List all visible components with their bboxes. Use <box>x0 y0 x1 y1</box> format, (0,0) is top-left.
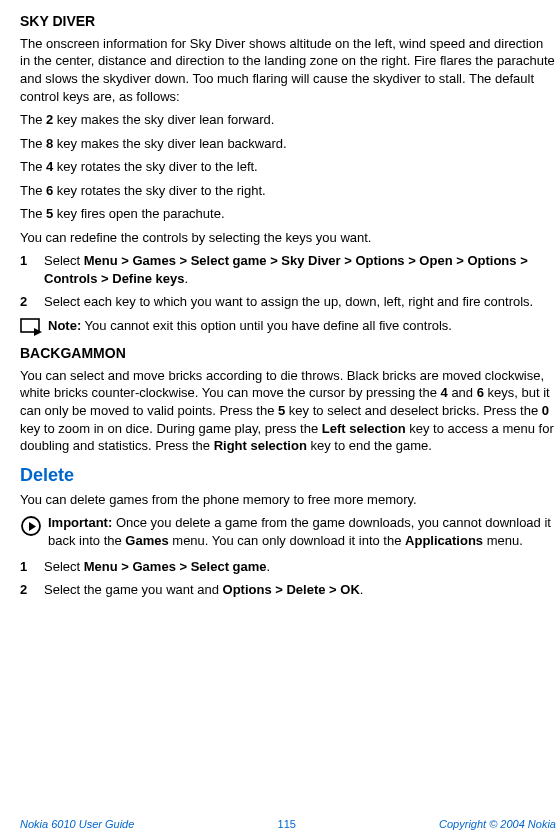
important-row: Important: Once you delete a game from t… <box>20 514 556 549</box>
important-icon <box>20 514 48 537</box>
sky-key-4: The 4 key rotates the sky diver to the l… <box>20 158 556 176</box>
sky-key-5: The 5 key fires open the parachute. <box>20 205 556 223</box>
step-number: 2 <box>20 581 44 599</box>
note-row: Note: You cannot exit this option until … <box>20 317 556 336</box>
step-number: 1 <box>20 252 44 287</box>
delete-step-2: 2 Select the game you want and Options >… <box>20 581 556 599</box>
important-text: Important: Once you delete a game from t… <box>48 514 556 549</box>
heading-sky-diver: SKY DIVER <box>20 12 556 31</box>
note-icon <box>20 317 48 336</box>
page-footer: Nokia 6010 User Guide 115 Copyright © 20… <box>0 817 560 832</box>
svg-marker-3 <box>29 522 36 531</box>
step-text: Select Menu > Games > Select game. <box>44 558 556 576</box>
sky-key-2: The 2 key makes the sky diver lean forwa… <box>20 111 556 129</box>
delete-intro: You can delete games from the phone memo… <box>20 491 556 509</box>
heading-backgammon: BACKGAMMON <box>20 344 556 363</box>
footer-right: Copyright © 2004 Nokia <box>439 817 556 832</box>
svg-marker-1 <box>34 328 42 336</box>
sky-key-6: The 6 key rotates the sky diver to the r… <box>20 182 556 200</box>
delete-step-1: 1 Select Menu > Games > Select game. <box>20 558 556 576</box>
step-text: Select Menu > Games > Select game > Sky … <box>44 252 556 287</box>
footer-page-number: 115 <box>278 817 296 832</box>
backgammon-text: You can select and move bricks according… <box>20 367 556 455</box>
sky-step-2: 2 Select each key to which you want to a… <box>20 293 556 311</box>
sky-redefine: You can redefine the controls by selecti… <box>20 229 556 247</box>
step-text: Select the game you want and Options > D… <box>44 581 556 599</box>
sky-step-1: 1 Select Menu > Games > Select game > Sk… <box>20 252 556 287</box>
step-number: 2 <box>20 293 44 311</box>
sky-key-8: The 8 key makes the sky diver lean backw… <box>20 135 556 153</box>
footer-left: Nokia 6010 User Guide <box>20 817 134 832</box>
heading-delete: Delete <box>20 463 556 487</box>
sky-intro: The onscreen information for Sky Diver s… <box>20 35 556 105</box>
step-text: Select each key to which you want to ass… <box>44 293 556 311</box>
step-number: 1 <box>20 558 44 576</box>
note-text: Note: You cannot exit this option until … <box>48 317 556 335</box>
